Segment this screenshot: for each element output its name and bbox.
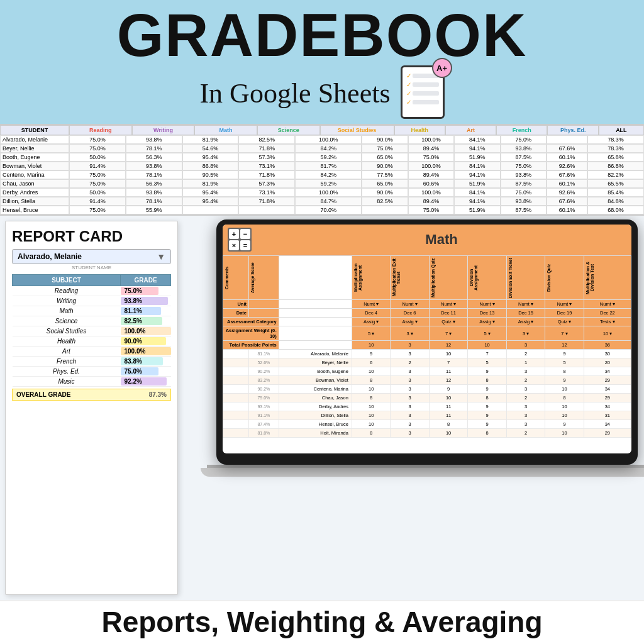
mg-score-cell: 7 xyxy=(468,350,506,358)
ss-cell xyxy=(182,206,239,214)
mg-score-cell: 3 xyxy=(506,367,545,376)
ss-cell: 95.4% xyxy=(182,153,239,162)
mg-score-cell: 7 xyxy=(429,358,467,367)
mg-name-cell: Alvarado, Melanie xyxy=(279,350,352,358)
ss-cell: 71.8% xyxy=(238,197,295,206)
mg-name-cell: Centeno, Marina xyxy=(279,385,352,394)
mg-score-cell: 9 xyxy=(545,420,584,429)
math-student-row: 90.2% Booth, Eugene 1031193834 xyxy=(223,367,631,376)
mg-cat3: Quiz ▾ xyxy=(429,318,467,326)
mg-score-cell: 11 xyxy=(429,367,467,376)
ss-col-health: Health xyxy=(394,125,445,135)
math-student-row: 87.4% Hensel, Bruce 103893934 xyxy=(223,420,631,429)
mg-score-cell: 3 xyxy=(391,394,429,402)
mg-div-quiz: Division Quiz xyxy=(545,256,584,300)
mg-tp1: 10 xyxy=(352,341,390,350)
ss-cell: 100.0% xyxy=(295,188,362,197)
ss-cell: 65.0% xyxy=(362,179,408,188)
ss-cell: 94.1% xyxy=(454,170,500,179)
mg-pct-cell: 52.6% xyxy=(248,358,279,367)
mg-mult-div-test: Multiplication & Division Test xyxy=(584,256,631,300)
rc-subject-row: French 83.8% xyxy=(13,357,171,367)
main-content-area: REPORT CARD Alvarado, Melanie ▼ STUDENT … xyxy=(0,216,644,600)
grade-icon: ✓ ✓ ✓ ✓ A+ xyxy=(401,65,445,119)
main-title: GRADEBOOK xyxy=(13,5,631,65)
mg-cat6: Quiz ▾ xyxy=(545,318,584,326)
mg-name-cell: Dillion, Stella xyxy=(279,411,352,420)
math-subject-title: Math xyxy=(257,231,626,248)
ss-cell: 84.1% xyxy=(454,188,500,197)
ss-cell: 75.0% xyxy=(362,144,408,153)
rc-subject-name: French xyxy=(13,357,121,367)
mg-cat-label: Assessment Category xyxy=(223,318,279,326)
mg-score-cell: 8 xyxy=(468,394,506,402)
ss-cell: 78.1% xyxy=(126,170,182,179)
mg-score-cell: 10 xyxy=(545,385,584,394)
equals-op: = xyxy=(240,240,250,250)
mg-weight-blank xyxy=(279,326,352,341)
ss-cell xyxy=(362,206,408,214)
mg-pct-cell: 81.8% xyxy=(248,429,279,438)
ss-cell: 84.8% xyxy=(587,197,644,206)
ss-cell: 60.1% xyxy=(547,153,587,162)
mg-w3: 7 ▾ xyxy=(429,326,467,341)
ss-cell: 59.2% xyxy=(295,179,362,188)
rc-subject-name: Music xyxy=(13,377,121,387)
laptop-container: + − × = Math xyxy=(210,216,644,600)
bottom-section: Reports, Weighting & Averaging xyxy=(0,600,644,644)
ss-cell: Beyer, Nellie xyxy=(0,144,69,153)
mg-pct-cell: 83.2% xyxy=(248,376,279,385)
mg-w1: 5 ▾ xyxy=(352,326,390,341)
ss-cell: 78.1% xyxy=(126,197,182,206)
ss-cell: 68.0% xyxy=(587,206,644,214)
mg-cat1: Assig ▾ xyxy=(352,318,390,326)
mg-score-cell: 3 xyxy=(506,385,545,394)
ss-cell: 92.6% xyxy=(547,188,587,197)
ss-cell: 57.3% xyxy=(238,179,295,188)
ss-cell: 67.6% xyxy=(547,144,587,153)
mg-w4: 5 ▾ xyxy=(468,326,506,341)
mg-name-cell: Chau, Jason xyxy=(279,394,352,402)
ss-cell: Dillion, Stella xyxy=(0,197,69,206)
mg-name-cell: Booth, Eugene xyxy=(279,367,352,376)
rc-subject-grade: 93.8% xyxy=(121,296,171,306)
rc-subject-grade: 75.0% xyxy=(121,367,171,377)
mg-score-cell: 34 xyxy=(584,385,631,394)
ss-cell: 93.8% xyxy=(126,188,182,197)
mg-score-cell: 8 xyxy=(352,394,390,402)
mg-comment-cell xyxy=(223,376,249,385)
ss-row: Centeno, Marina75.0%78.1%90.5%71.8%84.2%… xyxy=(0,170,644,179)
mg-tp5: 3 xyxy=(506,341,545,350)
math-student-row: 52.6% Beyer, Nellie 62751520 xyxy=(223,358,631,367)
mg-score-cell: 12 xyxy=(429,376,467,385)
mg-numt1: Numt ▾ xyxy=(352,300,390,309)
ss-cell: 95.4% xyxy=(182,197,239,206)
ss-cell: 91.4% xyxy=(69,197,126,206)
mg-pct-cell: 90.2% xyxy=(248,367,279,376)
mg-score-cell: 3 xyxy=(391,350,429,358)
ss-row: Bowman, Violet91.4%93.8%86.8%73.1%81.7%9… xyxy=(0,162,644,170)
ss-cell: 81.9% xyxy=(182,179,239,188)
ss-cell: Booth, Eugene xyxy=(0,153,69,162)
tablet: + − × = Math xyxy=(216,219,638,465)
mg-comment-cell xyxy=(223,350,249,358)
mg-avgscore-col: Average Score xyxy=(248,256,279,300)
ss-col-art: Art xyxy=(445,125,496,135)
math-grade-table: Comments Average Score Multiplication As… xyxy=(223,255,631,438)
mg-score-cell: 3 xyxy=(391,376,429,385)
mg-score-cell: 2 xyxy=(506,350,545,358)
mg-score-cell: 11 xyxy=(429,411,467,420)
mg-div-assign: Division Assignment xyxy=(468,256,506,300)
mg-score-cell: 20 xyxy=(584,358,631,367)
rc-subject-name: Health xyxy=(13,336,121,347)
mg-unit-label: Unit xyxy=(223,300,249,309)
report-card-title: REPORT CARD xyxy=(12,228,171,245)
mg-name-cell: Bowman, Violet xyxy=(279,376,352,385)
mg-score-cell: 10 xyxy=(352,411,390,420)
ss-cell: 75.0% xyxy=(69,135,126,144)
ss-cell: 89.4% xyxy=(408,197,454,206)
ss-cell: 55.9% xyxy=(126,206,182,214)
mg-score-cell: 10 xyxy=(545,402,584,411)
ss-cell: 75.0% xyxy=(408,206,454,214)
mg-comment-cell xyxy=(223,420,249,429)
